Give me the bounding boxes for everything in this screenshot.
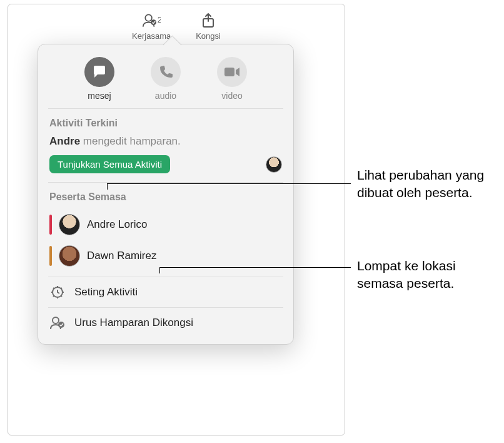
collaboration-popover: mesej audio video Aktiviti Terkini Andre…: [38, 44, 294, 345]
people-check-icon: [49, 315, 66, 331]
collaborate-label: Kerjasama: [132, 31, 171, 41]
recent-activity-header: Aktiviti Terkini: [38, 109, 293, 135]
svg-point-1: [151, 19, 156, 25]
svg-point-6: [53, 317, 59, 323]
callout-text: Lihat perubahan yang dibuat oleh peserta…: [357, 166, 498, 202]
callout-text: Lompat ke lokasi semasa peserta.: [357, 257, 498, 293]
participant-name: Andre Lorico: [87, 218, 147, 231]
share-label: Kongsi: [196, 31, 221, 41]
phone-icon: [151, 57, 181, 87]
activity-avatar: [266, 156, 282, 173]
participant-avatar: [59, 214, 80, 235]
audio-button[interactable]: audio: [151, 57, 181, 101]
activity-settings-label: Seting Aktiviti: [74, 286, 138, 298]
audio-label: audio: [155, 91, 176, 101]
participant-item[interactable]: Andre Lorico: [38, 209, 293, 240]
manage-shared-label: Urus Hamparan Dikongsi: [74, 317, 193, 329]
message-icon: [84, 57, 114, 87]
activity-action: mengedit hamparan.: [80, 135, 181, 147]
activity-description: Andre mengedit hamparan.: [38, 135, 293, 155]
gear-clock-icon: [49, 284, 66, 300]
video-icon: [217, 57, 247, 87]
video-button[interactable]: video: [217, 57, 247, 101]
message-label: mesej: [88, 91, 111, 101]
participant-name: Dawn Ramirez: [87, 250, 156, 262]
callout-line: [159, 267, 351, 268]
svg-point-7: [58, 322, 64, 328]
activity-row: Tunjukkan Semua Aktiviti: [38, 155, 293, 182]
callout-line: [159, 267, 160, 273]
activity-settings-item[interactable]: Seting Aktiviti: [38, 277, 293, 307]
participant-color-bar: [49, 215, 52, 235]
participants-header: Peserta Semasa: [38, 183, 293, 209]
video-label: video: [221, 91, 242, 101]
participant-avatar: [59, 245, 80, 267]
communication-row: mesej audio video: [38, 53, 293, 108]
callout-line: [107, 183, 351, 184]
collaborate-toolbar-item[interactable]: 2 Kerjasama: [132, 11, 171, 41]
share-icon: [199, 11, 218, 30]
manage-shared-item[interactable]: Urus Hamparan Dikongsi: [38, 308, 293, 338]
activity-actor: Andre: [49, 135, 80, 147]
svg-text:2: 2: [158, 15, 161, 24]
participant-color-bar: [49, 246, 52, 266]
svg-rect-4: [224, 68, 234, 76]
message-button[interactable]: mesej: [84, 57, 114, 101]
callout-line: [107, 183, 108, 190]
share-toolbar-item[interactable]: Kongsi: [196, 11, 221, 41]
show-all-activity-button[interactable]: Tunjukkan Semua Aktiviti: [49, 155, 170, 173]
collaborate-icon: 2: [142, 11, 161, 30]
svg-point-0: [145, 14, 152, 21]
